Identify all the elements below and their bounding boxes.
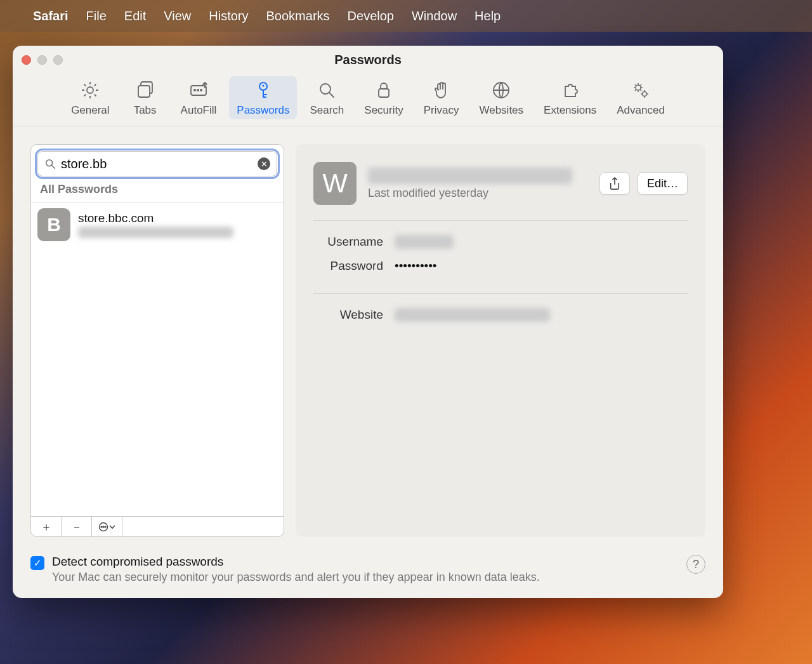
- password-detail-panel: W redacted site title xxxxxxxxxxx Last m…: [296, 144, 705, 537]
- svg-point-5: [200, 90, 202, 91]
- traffic-lights: [22, 55, 63, 65]
- chevron-down-icon: [108, 523, 116, 531]
- svg-point-11: [636, 85, 641, 90]
- tab-label: Tabs: [134, 104, 157, 117]
- gear-icon: [80, 80, 100, 100]
- site-name: store.bbc.com: [78, 211, 233, 225]
- svg-point-7: [262, 84, 264, 86]
- password-value[interactable]: ••••••••••: [395, 259, 437, 273]
- zoom-window-button[interactable]: [53, 55, 63, 65]
- close-window-button[interactable]: [22, 55, 31, 65]
- menu-bookmarks[interactable]: Bookmarks: [266, 9, 330, 23]
- tab-label: Search: [310, 104, 344, 117]
- tab-label: Extensions: [544, 104, 596, 117]
- tab-autofill[interactable]: AutoFill: [173, 76, 225, 119]
- row-username-redacted: redacted username value here xxx: [78, 227, 233, 238]
- globe-icon: [491, 80, 511, 100]
- footer-spacer: [122, 517, 284, 536]
- tab-label: AutoFill: [181, 104, 217, 117]
- svg-point-15: [101, 526, 102, 528]
- svg-point-16: [103, 526, 104, 528]
- add-password-button[interactable]: ＋: [31, 517, 62, 536]
- menu-history[interactable]: History: [209, 9, 248, 23]
- password-label: Password: [313, 259, 383, 273]
- menu-window[interactable]: Window: [412, 9, 457, 23]
- detail-site-icon: W: [313, 162, 357, 205]
- svg-point-13: [46, 160, 53, 166]
- ellipsis-icon: [98, 522, 108, 532]
- tab-tabs[interactable]: Tabs: [122, 76, 168, 119]
- preferences-window: Passwords General Tabs AutoFill Password…: [13, 46, 723, 598]
- body: ✕ All Passwords B store.bbc.com redacted…: [13, 126, 723, 555]
- tabs-icon: [135, 80, 155, 100]
- edit-button[interactable]: Edit…: [638, 172, 688, 195]
- tab-advanced[interactable]: Advanced: [609, 76, 672, 119]
- tab-label: Privacy: [424, 104, 459, 117]
- website-label: Website: [313, 308, 383, 322]
- clear-search-button[interactable]: ✕: [258, 157, 270, 170]
- detect-compromised-checkbox[interactable]: ✓: [30, 556, 44, 570]
- password-list-panel: ✕ All Passwords B store.bbc.com redacted…: [30, 144, 284, 537]
- website-row: Website redacted website domain xxx: [313, 303, 688, 327]
- website-value-redacted[interactable]: redacted website domain xxx: [395, 308, 550, 322]
- tab-label: Websites: [479, 104, 523, 117]
- minimize-window-button[interactable]: [37, 55, 47, 65]
- svg-rect-9: [379, 89, 389, 97]
- username-label: Username: [313, 235, 383, 249]
- preferences-toolbar: General Tabs AutoFill Passwords Search S…: [13, 74, 723, 126]
- menu-edit[interactable]: Edit: [124, 9, 146, 23]
- tab-label: Security: [364, 104, 403, 117]
- titlebar: Passwords: [13, 46, 723, 74]
- site-icon: B: [37, 208, 70, 241]
- username-row: Username redactedxx: [313, 230, 688, 254]
- svg-point-17: [105, 526, 106, 528]
- search-icon: [317, 80, 337, 100]
- more-actions-button[interactable]: [92, 517, 122, 536]
- gears-icon: [631, 80, 651, 100]
- tab-label: Advanced: [617, 104, 665, 117]
- tab-passwords[interactable]: Passwords: [229, 76, 297, 119]
- svg-point-0: [87, 87, 93, 93]
- separator: [313, 293, 688, 294]
- menubar: Safari File Edit View History Bookmarks …: [0, 0, 812, 32]
- hand-icon: [431, 80, 452, 100]
- tab-label: Passwords: [237, 104, 289, 117]
- list-header: All Passwords: [31, 183, 284, 203]
- remove-password-button[interactable]: －: [62, 517, 92, 536]
- password-list: B store.bbc.com redacted username value …: [31, 203, 284, 516]
- username-value-redacted[interactable]: redactedxx: [395, 235, 454, 249]
- checkbox-subtext: Your Mac can securely monitor your passw…: [52, 571, 540, 584]
- menu-view[interactable]: View: [164, 9, 191, 23]
- menu-app[interactable]: Safari: [33, 9, 69, 23]
- tab-security[interactable]: Security: [357, 76, 410, 119]
- autofill-icon: [188, 80, 209, 100]
- help-button[interactable]: ?: [686, 555, 705, 574]
- last-modified: Last modified yesterday: [368, 187, 572, 200]
- separator: [313, 220, 688, 221]
- window-title: Passwords: [13, 53, 723, 67]
- puzzle-icon: [560, 80, 580, 100]
- share-icon: [608, 176, 621, 190]
- menu-develop[interactable]: Develop: [348, 9, 394, 23]
- tab-label: General: [71, 104, 109, 117]
- svg-rect-1: [138, 86, 150, 97]
- search-icon: [44, 158, 56, 169]
- footer: ✓ Detect compromised passwords Your Mac …: [13, 555, 723, 598]
- share-button[interactable]: [599, 172, 630, 195]
- tab-search[interactable]: Search: [302, 76, 351, 119]
- menu-help[interactable]: Help: [475, 9, 501, 23]
- search-field[interactable]: ✕: [37, 151, 277, 176]
- svg-point-4: [197, 90, 199, 91]
- password-row: Password ••••••••••: [313, 254, 688, 278]
- lock-icon: [374, 80, 394, 100]
- tab-extensions[interactable]: Extensions: [536, 76, 604, 119]
- tab-websites[interactable]: Websites: [471, 76, 531, 119]
- password-row[interactable]: B store.bbc.com redacted username value …: [31, 203, 284, 246]
- search-input[interactable]: [61, 157, 252, 171]
- svg-point-3: [194, 90, 195, 91]
- tab-general[interactable]: General: [63, 76, 117, 119]
- svg-point-12: [643, 92, 647, 96]
- key-icon: [253, 80, 273, 100]
- tab-privacy[interactable]: Privacy: [416, 76, 467, 119]
- menu-file[interactable]: File: [86, 9, 107, 23]
